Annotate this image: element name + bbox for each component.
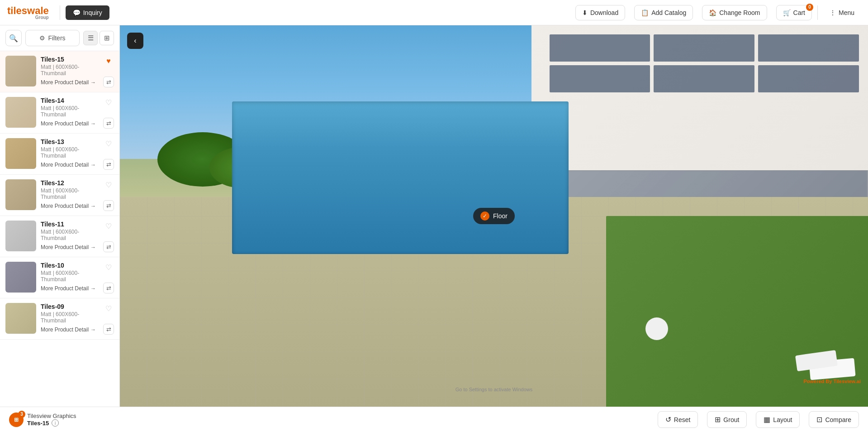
filter-icon: ⚙ xyxy=(39,34,45,42)
heart-button-15[interactable]: ♥ xyxy=(103,56,114,67)
tile-card-09[interactable]: Tiles-09 Matt | 600X600-Thumbnail More P… xyxy=(0,298,119,340)
grout-button[interactable]: ⊞ Grout xyxy=(707,411,747,428)
compare-button-15[interactable]: ⇄ xyxy=(103,77,114,87)
tile-info-14: Tiles-14 Matt | 600X600-Thumbnail More P… xyxy=(41,97,103,127)
tilesview-graphics-label: Tilesview Graphics xyxy=(27,413,76,419)
scene-background: ✓ Floor Powered By Tilesview.ai Go to Se… xyxy=(120,25,868,407)
change-room-button[interactable]: 🏠 Change Room xyxy=(702,5,767,20)
tile-actions-12: ♡ ⇄ xyxy=(103,179,114,211)
inquiry-button[interactable]: 💬 Inquiry xyxy=(66,5,109,20)
compare-icon-15: ⇄ xyxy=(106,79,111,86)
reset-icon: ↺ xyxy=(665,415,671,424)
building-windows xyxy=(550,34,859,92)
compare-button-10[interactable]: ⇄ xyxy=(103,283,114,293)
arrow-icon-15: → xyxy=(90,79,96,86)
tile-name-15: Tiles-15 xyxy=(41,56,103,63)
inquiry-icon: 💬 xyxy=(73,9,81,16)
compare-icon-09: ⇄ xyxy=(106,326,111,333)
tile-info-11: Tiles-11 Matt | 600X600-Thumbnail More P… xyxy=(41,221,103,250)
back-icon: ‹ xyxy=(134,37,136,45)
more-detail-09[interactable]: More Product Detail → xyxy=(41,326,103,333)
more-detail-12[interactable]: More Product Detail → xyxy=(41,203,103,209)
grout-icon: ⊞ xyxy=(715,415,721,424)
powered-by: Powered By Tilesview.ai xyxy=(803,379,861,384)
tile-thumbnail-14 xyxy=(5,97,36,128)
heart-button-10[interactable]: ♡ xyxy=(103,262,114,273)
grid-view-button[interactable]: ⊞ xyxy=(100,31,114,45)
window-2 xyxy=(654,34,754,62)
heart-button-09[interactable]: ♡ xyxy=(103,303,114,314)
heart-button-14[interactable]: ♡ xyxy=(103,97,114,108)
cart-icon: 🛒 xyxy=(783,9,791,16)
tile-actions-14: ♡ ⇄ xyxy=(103,97,114,129)
tile-thumbnail-13 xyxy=(5,138,36,169)
room-icon: 🏠 xyxy=(709,9,716,16)
tile-card-14[interactable]: Tiles-14 Matt | 600X600-Thumbnail More P… xyxy=(0,92,119,134)
tile-card-15[interactable]: Tiles-15 Matt | 600X600-Thumbnail More P… xyxy=(0,51,119,92)
reset-button[interactable]: ↺ Reset xyxy=(658,411,698,428)
list-view-button[interactable]: ☰ xyxy=(83,31,98,45)
tile-info-10: Tiles-10 Matt | 600X600-Thumbnail More P… xyxy=(41,262,103,292)
arrow-icon-09: → xyxy=(90,326,96,333)
compare-icon-11: ⇄ xyxy=(106,244,111,250)
tile-card-13[interactable]: Tiles-13 Matt | 600X600-Thumbnail More P… xyxy=(0,134,119,175)
tile-name-14: Tiles-14 xyxy=(41,97,103,104)
search-button[interactable]: 🔍 xyxy=(5,30,22,46)
back-button[interactable]: ‹ xyxy=(127,33,143,49)
tv-layers-icon: ⊞ xyxy=(14,417,19,423)
add-catalog-button[interactable]: 📋 Add Catalog xyxy=(634,5,693,20)
more-detail-11[interactable]: More Product Detail → xyxy=(41,244,103,250)
compare-button-09[interactable]: ⇄ xyxy=(103,324,114,335)
sidebar-toolbar: 🔍 ⚙ Filters ☰ ⊞ xyxy=(0,25,119,51)
tile-name-10: Tiles-10 xyxy=(41,262,103,269)
arrow-icon-12: → xyxy=(90,203,96,209)
tile-name-13: Tiles-13 xyxy=(41,138,103,145)
swimming-pool xyxy=(232,101,569,254)
tile-name-12: Tiles-12 xyxy=(41,179,103,187)
tile-actions-11: ♡ ⇄ xyxy=(103,221,114,252)
tilesview-labels: Tilesview Graphics Tiles-15 i xyxy=(27,413,76,427)
compare-icon-13: ⇄ xyxy=(106,161,111,168)
window-4 xyxy=(550,65,650,92)
compare-button-14[interactable]: ⇄ xyxy=(103,118,114,129)
tilesview-badge: ⊞ 3 xyxy=(9,413,24,427)
more-detail-15[interactable]: More Product Detail → xyxy=(41,79,103,86)
download-button[interactable]: ⬇ Download xyxy=(575,5,625,20)
heart-button-12[interactable]: ♡ xyxy=(103,179,114,190)
heart-button-11[interactable]: ♡ xyxy=(103,221,114,231)
grid-icon: ⊞ xyxy=(104,34,110,42)
tilesview-info: ⊞ 3 Tilesview Graphics Tiles-15 i xyxy=(9,413,76,427)
compare-button-12[interactable]: ⇄ xyxy=(103,200,114,211)
layout-button[interactable]: ▦ Layout xyxy=(756,411,800,428)
arrow-icon-11: → xyxy=(90,244,96,250)
more-detail-14[interactable]: More Product Detail → xyxy=(41,120,103,127)
tile-desc-14: Matt | 600X600-Thumbnail xyxy=(41,105,103,118)
tile-card-11[interactable]: Tiles-11 Matt | 600X600-Thumbnail More P… xyxy=(0,216,119,257)
more-detail-10[interactable]: More Product Detail → xyxy=(41,285,103,292)
compare-button-11[interactable]: ⇄ xyxy=(103,241,114,252)
tile-card-12[interactable]: Tiles-12 Matt | 600X600-Thumbnail More P… xyxy=(0,175,119,216)
tiles-list: Tiles-15 Matt | 600X600-Thumbnail More P… xyxy=(0,51,119,407)
tile-thumbnail-11 xyxy=(5,221,36,251)
more-detail-13[interactable]: More Product Detail → xyxy=(41,162,103,168)
tilesview-tile-label: Tiles-15 xyxy=(27,420,49,427)
download-icon: ⬇ xyxy=(582,9,588,16)
heart-button-13[interactable]: ♡ xyxy=(103,138,114,149)
tile-thumbnail-10 xyxy=(5,262,36,293)
compare-button[interactable]: ⊡ Compare xyxy=(809,411,859,428)
tile-desc-13: Matt | 600X600-Thumbnail xyxy=(41,146,103,159)
compare-button-13[interactable]: ⇄ xyxy=(103,159,114,170)
menu-button[interactable]: ⋮ Menu xyxy=(823,5,861,20)
compare-icon-12: ⇄ xyxy=(106,202,111,209)
grass-right xyxy=(606,216,868,407)
filters-button[interactable]: ⚙ Filters xyxy=(25,30,80,46)
tile-card-10[interactable]: Tiles-10 Matt | 600X600-Thumbnail More P… xyxy=(0,257,119,298)
floor-label[interactable]: ✓ Floor xyxy=(473,208,515,224)
arrow-icon-10: → xyxy=(90,285,96,292)
compare-icon: ⊡ xyxy=(816,415,822,424)
tile-desc-10: Matt | 600X600-Thumbnail xyxy=(41,270,103,283)
arrow-icon-13: → xyxy=(90,162,96,168)
info-icon[interactable]: i xyxy=(52,419,59,427)
cart-button[interactable]: 🛒 Cart 0 xyxy=(776,5,812,20)
side-table xyxy=(645,317,668,340)
